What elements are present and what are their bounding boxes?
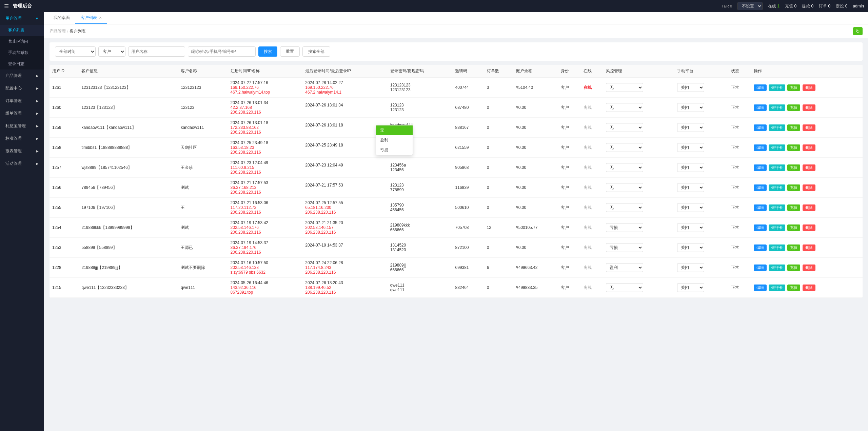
charge-button-1254[interactable]: 充值 bbox=[787, 224, 800, 231]
combined-filter-input[interactable] bbox=[188, 46, 256, 57]
charge-button-1256[interactable]: 充值 bbox=[787, 184, 800, 191]
edit-button-1253[interactable]: 编辑 bbox=[754, 244, 767, 251]
delete-button-1261[interactable]: 删除 bbox=[803, 84, 815, 91]
wind-control-select-1255[interactable]: 无盈利亏损 bbox=[606, 203, 643, 212]
reset-button[interactable]: 重置 bbox=[280, 46, 300, 57]
search-all-button[interactable]: 搜索全部 bbox=[302, 46, 330, 57]
admin-label[interactable]: admin bbox=[853, 4, 864, 8]
customer-filter-select[interactable]: 客户 bbox=[98, 46, 125, 57]
time-filter-select[interactable]: 全部时间 bbox=[55, 46, 96, 57]
card-button-1259[interactable]: 银行卡 bbox=[769, 124, 785, 131]
wind-control-select-1228[interactable]: 无盈利亏损 bbox=[606, 263, 643, 272]
edit-button-1258[interactable]: 编辑 bbox=[754, 144, 767, 151]
delete-button-1260[interactable]: 删除 bbox=[803, 104, 815, 111]
delete-button-1258[interactable]: 删除 bbox=[803, 144, 815, 151]
username-filter-input[interactable] bbox=[128, 46, 185, 57]
cell-platform[interactable]: 关闭 bbox=[674, 118, 729, 138]
card-button-1215[interactable]: 银行卡 bbox=[769, 285, 785, 291]
charge-button-1257[interactable]: 充值 bbox=[787, 164, 800, 171]
cell-wind-control[interactable]: 无盈利亏损 bbox=[603, 218, 674, 238]
edit-button-1255[interactable]: 编辑 bbox=[754, 204, 767, 211]
delete-button-1255[interactable]: 删除 bbox=[803, 204, 815, 211]
tab-close-icon[interactable]: ✕ bbox=[99, 16, 102, 20]
cell-wind-control[interactable]: 无盈利亏损 bbox=[603, 78, 674, 98]
delete-button-1228[interactable]: 删除 bbox=[803, 265, 815, 271]
edit-button-1215[interactable]: 编辑 bbox=[754, 285, 767, 291]
charge-button-1255[interactable]: 充值 bbox=[787, 204, 800, 211]
platform-select-1260[interactable]: 关闭 bbox=[677, 103, 704, 112]
delete-button-1254[interactable]: 删除 bbox=[803, 224, 815, 231]
charge-button-1215[interactable]: 充值 bbox=[787, 285, 800, 291]
dropdown-option-yingli[interactable]: 盈利 bbox=[376, 135, 413, 145]
card-button-1257[interactable]: 银行卡 bbox=[769, 164, 785, 171]
cell-platform[interactable]: 关闭 bbox=[674, 98, 729, 118]
edit-button-1228[interactable]: 编辑 bbox=[754, 265, 767, 271]
platform-select-1254[interactable]: 关闭 bbox=[677, 223, 704, 232]
cell-platform[interactable]: 关闭 bbox=[674, 198, 729, 218]
platform-select-1253[interactable]: 关闭 bbox=[677, 243, 704, 252]
sidebar-item-customer-list[interactable]: 客户列表 bbox=[0, 25, 44, 36]
card-button-1256[interactable]: 银行卡 bbox=[769, 184, 785, 191]
platform-select-1257[interactable]: 关闭 bbox=[677, 163, 704, 172]
cell-platform[interactable]: 关闭 bbox=[674, 258, 729, 278]
sidebar-item-user-mgmt[interactable]: 用户管理 ▼ bbox=[0, 12, 44, 25]
delete-button-1257[interactable]: 删除 bbox=[803, 164, 815, 171]
sidebar-item-config-center[interactable]: 配置中心 ▶ bbox=[0, 82, 44, 95]
cell-platform[interactable]: 关闭 bbox=[674, 238, 729, 258]
card-button-1261[interactable]: 银行卡 bbox=[769, 84, 785, 91]
card-button-1254[interactable]: 银行卡 bbox=[769, 224, 785, 231]
sidebar-item-ban-ip[interactable]: 禁止IP访问 bbox=[0, 36, 44, 47]
charge-button-1259[interactable]: 充值 bbox=[787, 124, 800, 131]
cell-wind-control[interactable]: 无盈利亏损 bbox=[603, 258, 674, 278]
tab-home[interactable]: 我的桌面 bbox=[48, 12, 75, 24]
edit-button-1261[interactable]: 编辑 bbox=[754, 84, 767, 91]
edit-button-1254[interactable]: 编辑 bbox=[754, 224, 767, 231]
refresh-button[interactable]: ↻ bbox=[853, 27, 863, 35]
wind-control-select-1260[interactable]: 无盈利亏损 bbox=[606, 103, 643, 112]
cell-platform[interactable]: 关闭 bbox=[674, 218, 729, 238]
wind-control-select-1254[interactable]: 无盈利亏损 bbox=[606, 223, 643, 232]
tab-customer-list[interactable]: 客户列表 ✕ bbox=[75, 12, 107, 24]
wind-control-select-1257[interactable]: 无盈利亏损 bbox=[606, 163, 643, 172]
charge-button-1253[interactable]: 充值 bbox=[787, 244, 800, 251]
cell-wind-control[interactable]: 无盈利亏损 bbox=[603, 198, 674, 218]
card-button-1228[interactable]: 银行卡 bbox=[769, 265, 785, 271]
sidebar-item-order-mgmt[interactable]: 订单管理 ▶ bbox=[0, 95, 44, 107]
edit-button-1257[interactable]: 编辑 bbox=[754, 164, 767, 171]
wind-control-select-1259[interactable]: 无盈利亏损 bbox=[606, 123, 643, 132]
cell-wind-control[interactable]: 无盈利亏损 bbox=[603, 238, 674, 258]
delete-button-1259[interactable]: 删除 bbox=[803, 124, 815, 131]
sidebar-item-product-mgmt[interactable]: 产品管理 ▶ bbox=[0, 70, 44, 82]
sidebar-item-maintenance-mgmt[interactable]: 维单管理 ▶ bbox=[0, 107, 44, 120]
dropdown-option-kuisun[interactable]: 亏损 bbox=[376, 145, 413, 155]
cell-wind-control[interactable]: 无盈利亏损 bbox=[603, 98, 674, 118]
card-button-1258[interactable]: 银行卡 bbox=[769, 144, 785, 151]
platform-select-1255[interactable]: 关闭 bbox=[677, 203, 704, 212]
card-button-1255[interactable]: 银行卡 bbox=[769, 204, 785, 211]
wind-control-select-1261[interactable]: 无盈利亏损 bbox=[606, 83, 643, 92]
cell-platform[interactable]: 关闭 bbox=[674, 78, 729, 98]
sidebar-item-report-mgmt[interactable]: 报表管理 ▶ bbox=[0, 145, 44, 157]
platform-select-1261[interactable]: 关闭 bbox=[677, 83, 704, 92]
cell-wind-control[interactable]: 无盈利亏损 bbox=[603, 118, 674, 138]
charge-button-1258[interactable]: 充值 bbox=[787, 144, 800, 151]
charge-button-1260[interactable]: 充值 bbox=[787, 104, 800, 111]
wind-control-select-1258[interactable]: 无盈利亏损 bbox=[606, 143, 643, 152]
platform-select-1256[interactable]: 关闭 bbox=[677, 183, 704, 192]
sidebar-item-interest-mgmt[interactable]: 利息宝管理 ▶ bbox=[0, 120, 44, 132]
sidebar-item-login-log[interactable]: 登录日志 bbox=[0, 58, 44, 70]
delete-button-1253[interactable]: 删除 bbox=[803, 244, 815, 251]
dropdown-option-wu[interactable]: 无 bbox=[376, 125, 413, 135]
sidebar-item-activity-mgmt[interactable]: 活动管理 ▶ bbox=[0, 157, 44, 170]
platform-select-1259[interactable]: 关闭 bbox=[677, 123, 704, 132]
settings-dropdown[interactable]: 不设置 bbox=[737, 2, 763, 10]
cell-platform[interactable]: 关闭 bbox=[674, 138, 729, 158]
sidebar-item-manual-addreduce[interactable]: 手动加减款 bbox=[0, 47, 44, 58]
cell-wind-control[interactable]: 无盈利亏损 bbox=[603, 138, 674, 158]
edit-button-1256[interactable]: 编辑 bbox=[754, 184, 767, 191]
cell-platform[interactable]: 关闭 bbox=[674, 178, 729, 198]
wind-control-select-1256[interactable]: 无盈利亏损 bbox=[606, 183, 643, 192]
sidebar-item-standard-mgmt[interactable]: 标准管理 ▶ bbox=[0, 132, 44, 145]
search-button[interactable]: 搜索 bbox=[258, 46, 277, 57]
platform-select-1215[interactable]: 关闭 bbox=[677, 283, 704, 292]
